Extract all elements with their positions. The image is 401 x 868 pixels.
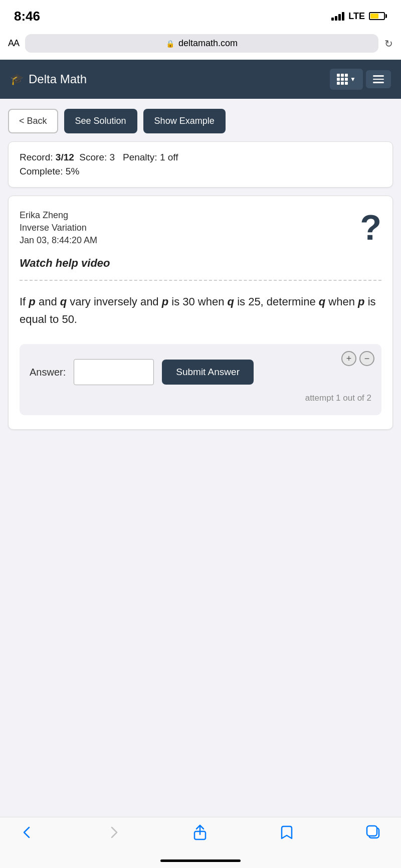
problem-text: If p and q vary inversely and p is 30 wh… (20, 293, 381, 328)
font-size-control[interactable]: AA (8, 38, 19, 49)
back-button[interactable]: < Back (8, 109, 58, 133)
submit-answer-button[interactable]: Submit Answer (162, 360, 254, 385)
page-content: < Back See Solution Show Example Record:… (0, 99, 401, 817)
address-bar[interactable]: 🔒 deltamath.com (25, 34, 378, 53)
battery-icon (369, 12, 387, 20)
menu-button[interactable] (366, 70, 391, 88)
nav-header: 🎓 Delta Math ▼ (0, 60, 401, 99)
record-label: Record: (20, 152, 56, 162)
home-bar (160, 859, 241, 862)
record-card: Record: 3/12 Score: 3 Penalty: 1 off Com… (8, 141, 393, 188)
zoom-in-button[interactable]: + (341, 351, 356, 366)
lock-icon: 🔒 (166, 40, 174, 48)
question-mark-icon: ? (360, 210, 381, 245)
status-bar: 8:46 LTE (0, 0, 401, 30)
status-icons: LTE (331, 11, 387, 22)
answer-box: + − Answer: Submit Answer attempt 1 out … (20, 344, 381, 415)
safari-bottom-bar (0, 817, 401, 855)
score-label: Score: 3 (79, 152, 115, 162)
calc-dropdown-icon: ▼ (350, 76, 356, 83)
section-divider (20, 280, 381, 281)
answer-input[interactable] (74, 359, 154, 385)
home-indicator (0, 855, 401, 868)
answer-row: Answer: Submit Answer (30, 359, 371, 385)
back-nav-button[interactable] (20, 825, 34, 839)
problem-topic: Inverse Variation (20, 223, 97, 233)
zoom-controls: + − (341, 351, 374, 366)
complete-label: Complete: 5% (20, 166, 79, 177)
calculator-button[interactable]: ▼ (330, 69, 363, 90)
record-line1: Record: 3/12 Score: 3 Penalty: 1 off (20, 152, 381, 163)
nav-actions: ▼ (330, 69, 391, 90)
logo-cap-icon: 🎓 (10, 73, 24, 86)
watch-help-link[interactable]: Watch help video (20, 257, 381, 270)
see-solution-button[interactable]: See Solution (64, 109, 137, 133)
svg-rect-2 (367, 826, 377, 836)
menu-line-3 (373, 82, 384, 83)
bookmarks-button[interactable] (280, 825, 294, 839)
action-bar: < Back See Solution Show Example (8, 109, 393, 133)
show-example-button[interactable]: Show Example (143, 109, 226, 133)
menu-line-2 (373, 79, 384, 80)
logo[interactable]: 🎓 Delta Math (10, 72, 87, 86)
menu-line-1 (373, 75, 384, 77)
signal-icon (331, 12, 344, 21)
reload-icon[interactable]: ↻ (384, 38, 393, 50)
url-bar: AA 🔒 deltamath.com ↻ (0, 30, 401, 60)
problem-date: Jan 03, 8:44:20 AM (20, 235, 97, 246)
content-spacer (8, 438, 393, 807)
logo-title: Delta Math (29, 72, 87, 86)
problem-card: Erika Zheng Inverse Variation Jan 03, 8:… (8, 196, 393, 430)
record-line2: Complete: 5% (20, 166, 381, 177)
url-text: deltamath.com (178, 38, 238, 49)
forward-nav-button[interactable] (107, 825, 121, 839)
problem-header: Erika Zheng Inverse Variation Jan 03, 8:… (20, 210, 381, 246)
attempt-text: attempt 1 out of 2 (30, 393, 371, 403)
student-name: Erika Zheng (20, 210, 97, 221)
penalty-label: Penalty: 1 off (123, 152, 178, 162)
zoom-out-button[interactable]: − (359, 351, 374, 366)
record-value: 3/12 (56, 152, 74, 162)
lte-label: LTE (348, 11, 365, 22)
status-time: 8:46 (14, 9, 40, 24)
calculator-icon (337, 74, 348, 85)
share-button[interactable] (193, 824, 207, 840)
tabs-button[interactable] (366, 825, 381, 840)
answer-label: Answer: (30, 367, 66, 378)
problem-meta: Erika Zheng Inverse Variation Jan 03, 8:… (20, 210, 97, 246)
